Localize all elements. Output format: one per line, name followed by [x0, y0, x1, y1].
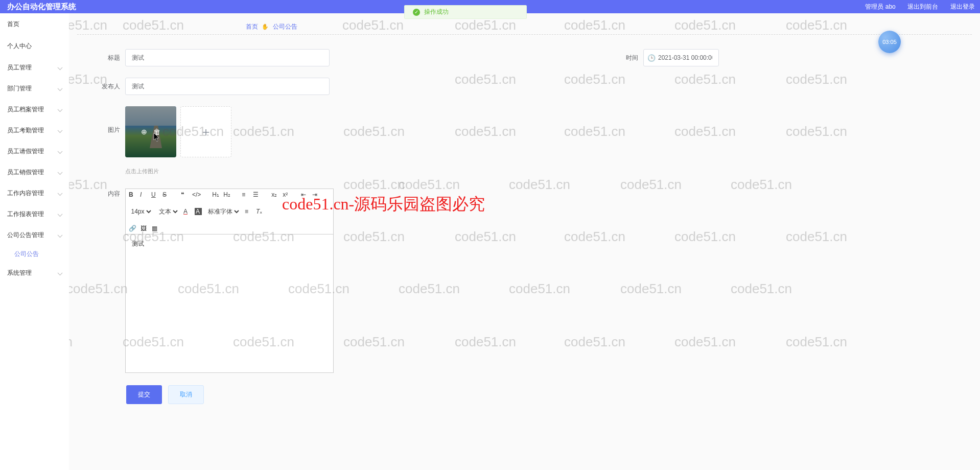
sidebar-item-announce[interactable]: 公司公告管理: [0, 225, 69, 246]
sup-icon[interactable]: x²: [283, 191, 290, 198]
fontcolor-icon[interactable]: A: [183, 208, 191, 215]
ol-icon[interactable]: ≡: [242, 191, 249, 198]
breadcrumb-home[interactable]: 首页: [246, 23, 258, 30]
brand-title: 办公自动化管理系统: [0, 2, 83, 12]
sidebar-item-archive[interactable]: 员工档案管理: [0, 99, 69, 120]
delete-icon[interactable]: 🗑: [153, 128, 160, 136]
sidebar-item-dept[interactable]: 部门管理: [0, 78, 69, 99]
clock-icon: 🕒: [647, 54, 656, 62]
sidebar-item-personal[interactable]: 个人中心: [0, 35, 69, 57]
sidebar-item-attendance[interactable]: 员工考勤管理: [0, 120, 69, 141]
logout-link[interactable]: 退出登录: [950, 3, 975, 10]
align-icon[interactable]: ≡: [245, 208, 252, 215]
sidebar-item-home[interactable]: 首页: [0, 13, 69, 35]
cancel-button[interactable]: 取消: [168, 385, 204, 404]
strike-icon[interactable]: S: [162, 191, 170, 198]
underline-icon[interactable]: U: [151, 191, 158, 198]
sidebar-item-report[interactable]: 工作报表管理: [0, 204, 69, 225]
bold-icon[interactable]: B: [129, 191, 136, 198]
fontfamily-select[interactable]: 标准字体: [206, 207, 241, 216]
video-icon[interactable]: ▦: [152, 225, 159, 232]
sidebar-item-workcontent[interactable]: 工作内容管理: [0, 183, 69, 204]
fontsize-select[interactable]: 14px: [129, 207, 153, 216]
time-label: 时间: [618, 54, 638, 62]
title-input[interactable]: [125, 49, 330, 66]
image-icon[interactable]: 🖼: [141, 225, 148, 232]
publisher-input[interactable]: [125, 78, 330, 95]
sidebar-item-leave[interactable]: 员工请假管理: [0, 141, 69, 162]
sidebar-item-system[interactable]: 系统管理: [0, 263, 69, 284]
h1-icon[interactable]: H₁: [212, 191, 219, 198]
editor-textarea[interactable]: 测试: [125, 234, 334, 373]
bgcolor-icon[interactable]: A: [195, 208, 202, 215]
add-image-button[interactable]: ＋: [180, 106, 231, 157]
content-label: 内容: [89, 190, 120, 198]
indent-icon[interactable]: ⇤: [301, 191, 308, 198]
sidebar-item-return[interactable]: 员工销假管理: [0, 162, 69, 183]
check-icon: ✓: [413, 9, 420, 16]
plus-icon: ＋: [200, 124, 212, 140]
editor-toolbar: B I U S ❝ </> H₁ H₂ ≡ ☰ x₂ x² ⇤ ⇥: [125, 189, 334, 234]
sub-icon[interactable]: x₂: [271, 191, 278, 198]
h2-icon[interactable]: H₂: [223, 191, 230, 198]
upload-hint: 点击上传图片: [125, 168, 236, 175]
main-content: 首页 ✋ 公司公告 标题 时间 🕒 发布人 图片 ⊕ 🗑: [69, 13, 980, 470]
publisher-label: 发布人: [89, 82, 120, 91]
image-label: 图片: [89, 126, 120, 134]
quote-icon[interactable]: ❝: [181, 191, 188, 198]
success-toast: ✓ 操作成功: [404, 5, 527, 19]
uploaded-image-thumb[interactable]: ⊕ 🗑: [125, 106, 176, 157]
breadcrumb: 首页 ✋ 公司公告: [77, 17, 972, 35]
clock-badge: 03:05: [878, 31, 901, 53]
hand-icon: ✋: [262, 24, 269, 30]
italic-icon[interactable]: I: [140, 191, 147, 198]
toast-message: 操作成功: [424, 8, 449, 16]
link-icon[interactable]: 🔗: [129, 225, 136, 232]
style-select[interactable]: 文本: [157, 207, 179, 216]
current-user-link[interactable]: 管理员 abo: [865, 3, 895, 10]
ul-icon[interactable]: ☰: [253, 191, 260, 198]
sidebar-item-staff[interactable]: 员工管理: [0, 57, 69, 78]
back-to-front-link[interactable]: 退出到前台: [907, 3, 938, 10]
clear-icon[interactable]: Tₓ: [256, 208, 263, 215]
outdent-icon[interactable]: ⇥: [312, 191, 319, 198]
submit-button[interactable]: 提交: [126, 385, 162, 404]
title-label: 标题: [89, 54, 120, 62]
zoom-icon[interactable]: ⊕: [141, 128, 147, 136]
sidebar: 首页 个人中心 员工管理 部门管理 员工档案管理 员工考勤管理 员工请假管理 员…: [0, 13, 69, 470]
code-icon[interactable]: </>: [192, 191, 201, 198]
breadcrumb-current: 公司公告: [273, 23, 297, 30]
sidebar-subitem-announce[interactable]: 公司公告: [0, 246, 69, 263]
